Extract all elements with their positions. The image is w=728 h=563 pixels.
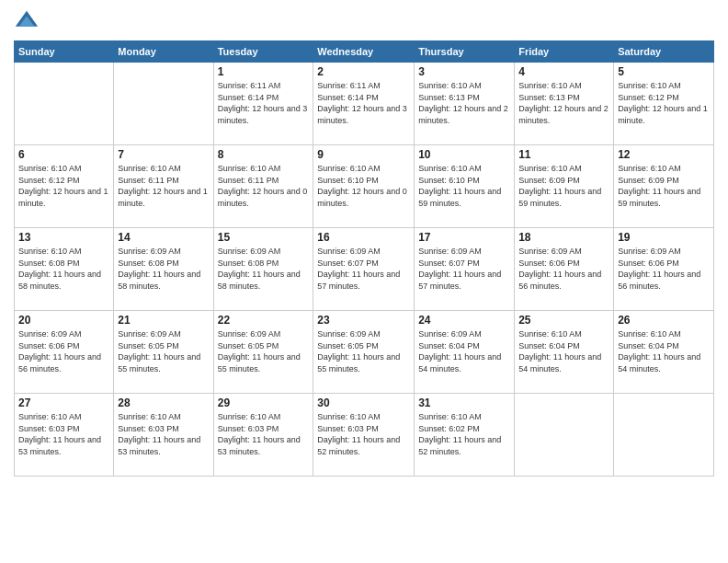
calendar-cell: 4Sunrise: 6:10 AM Sunset: 6:13 PM Daylig… [515, 63, 614, 145]
day-number: 28 [118, 396, 209, 409]
calendar-week-row: 20Sunrise: 6:09 AM Sunset: 6:06 PM Dayli… [15, 311, 714, 394]
day-number: 23 [317, 314, 410, 327]
calendar: SundayMondayTuesdayWednesdayThursdayFrid… [14, 40, 714, 477]
calendar-cell: 14Sunrise: 6:09 AM Sunset: 6:08 PM Dayli… [114, 228, 213, 311]
day-info: Sunrise: 6:09 AM Sunset: 6:08 PM Dayligh… [218, 246, 310, 292]
day-number: 26 [618, 314, 710, 327]
calendar-cell: 16Sunrise: 6:09 AM Sunset: 6:07 PM Dayli… [313, 228, 415, 311]
calendar-header-tuesday: Tuesday [213, 41, 313, 63]
day-number: 19 [618, 231, 710, 244]
day-info: Sunrise: 6:09 AM Sunset: 6:08 PM Dayligh… [118, 246, 209, 292]
calendar-cell [114, 63, 213, 145]
calendar-header-saturday: Saturday [614, 41, 714, 63]
day-number: 8 [218, 148, 310, 161]
calendar-cell: 6Sunrise: 6:10 AM Sunset: 6:12 PM Daylig… [15, 145, 114, 228]
calendar-cell: 9Sunrise: 6:10 AM Sunset: 6:10 PM Daylig… [313, 145, 415, 228]
day-info: Sunrise: 6:10 AM Sunset: 6:03 PM Dayligh… [218, 411, 310, 457]
day-info: Sunrise: 6:10 AM Sunset: 6:04 PM Dayligh… [518, 328, 609, 374]
calendar-header-row: SundayMondayTuesdayWednesdayThursdayFrid… [15, 41, 714, 63]
day-info: Sunrise: 6:09 AM Sunset: 6:07 PM Dayligh… [317, 246, 410, 292]
day-info: Sunrise: 6:09 AM Sunset: 6:05 PM Dayligh… [317, 328, 410, 374]
calendar-cell [614, 394, 714, 477]
day-number: 5 [618, 65, 710, 78]
day-number: 20 [18, 314, 109, 327]
day-info: Sunrise: 6:10 AM Sunset: 6:13 PM Dayligh… [418, 80, 510, 126]
calendar-cell: 30Sunrise: 6:10 AM Sunset: 6:03 PM Dayli… [313, 394, 415, 477]
day-number: 9 [317, 148, 410, 161]
day-number: 31 [418, 396, 510, 409]
calendar-cell: 3Sunrise: 6:10 AM Sunset: 6:13 PM Daylig… [415, 63, 515, 145]
page-container: SundayMondayTuesdayWednesdayThursdayFrid… [0, 0, 728, 486]
day-number: 3 [418, 65, 510, 78]
logo-icon [14, 9, 40, 35]
day-info: Sunrise: 6:09 AM Sunset: 6:04 PM Dayligh… [418, 328, 510, 374]
day-number: 25 [518, 314, 609, 327]
day-number: 30 [317, 396, 410, 409]
day-number: 10 [418, 148, 510, 161]
calendar-cell: 17Sunrise: 6:09 AM Sunset: 6:07 PM Dayli… [415, 228, 515, 311]
calendar-header-friday: Friday [515, 41, 614, 63]
day-info: Sunrise: 6:10 AM Sunset: 6:11 PM Dayligh… [118, 163, 209, 209]
day-number: 24 [418, 314, 510, 327]
calendar-cell: 11Sunrise: 6:10 AM Sunset: 6:09 PM Dayli… [515, 145, 614, 228]
day-info: Sunrise: 6:09 AM Sunset: 6:06 PM Dayligh… [618, 246, 710, 292]
calendar-cell: 18Sunrise: 6:09 AM Sunset: 6:06 PM Dayli… [515, 228, 614, 311]
calendar-cell [515, 394, 614, 477]
day-info: Sunrise: 6:11 AM Sunset: 6:14 PM Dayligh… [218, 80, 310, 126]
day-number: 16 [317, 231, 410, 244]
calendar-week-row: 13Sunrise: 6:10 AM Sunset: 6:08 PM Dayli… [15, 228, 714, 311]
day-number: 4 [518, 65, 609, 78]
day-number: 14 [118, 231, 209, 244]
day-number: 18 [518, 231, 609, 244]
calendar-cell: 31Sunrise: 6:10 AM Sunset: 6:02 PM Dayli… [415, 394, 515, 477]
day-info: Sunrise: 6:10 AM Sunset: 6:12 PM Dayligh… [618, 80, 710, 126]
day-number: 2 [317, 65, 410, 78]
day-info: Sunrise: 6:10 AM Sunset: 6:03 PM Dayligh… [18, 411, 109, 457]
day-info: Sunrise: 6:09 AM Sunset: 6:05 PM Dayligh… [218, 328, 310, 374]
calendar-cell [15, 63, 114, 145]
day-info: Sunrise: 6:09 AM Sunset: 6:05 PM Dayligh… [118, 328, 209, 374]
day-number: 29 [218, 396, 310, 409]
calendar-cell: 13Sunrise: 6:10 AM Sunset: 6:08 PM Dayli… [15, 228, 114, 311]
calendar-cell: 19Sunrise: 6:09 AM Sunset: 6:06 PM Dayli… [614, 228, 714, 311]
day-number: 11 [518, 148, 609, 161]
day-number: 6 [18, 148, 109, 161]
calendar-cell: 23Sunrise: 6:09 AM Sunset: 6:05 PM Dayli… [313, 311, 415, 394]
day-number: 12 [618, 148, 710, 161]
day-info: Sunrise: 6:10 AM Sunset: 6:11 PM Dayligh… [218, 163, 310, 209]
header [14, 9, 714, 35]
calendar-week-row: 27Sunrise: 6:10 AM Sunset: 6:03 PM Dayli… [15, 394, 714, 477]
day-number: 22 [218, 314, 310, 327]
day-info: Sunrise: 6:09 AM Sunset: 6:06 PM Dayligh… [18, 328, 109, 374]
calendar-cell: 15Sunrise: 6:09 AM Sunset: 6:08 PM Dayli… [213, 228, 313, 311]
day-info: Sunrise: 6:10 AM Sunset: 6:02 PM Dayligh… [418, 411, 510, 457]
calendar-cell: 12Sunrise: 6:10 AM Sunset: 6:09 PM Dayli… [614, 145, 714, 228]
calendar-cell: 8Sunrise: 6:10 AM Sunset: 6:11 PM Daylig… [213, 145, 313, 228]
calendar-cell: 5Sunrise: 6:10 AM Sunset: 6:12 PM Daylig… [614, 63, 714, 145]
day-info: Sunrise: 6:10 AM Sunset: 6:03 PM Dayligh… [317, 411, 410, 457]
calendar-header-thursday: Thursday [415, 41, 515, 63]
day-info: Sunrise: 6:10 AM Sunset: 6:10 PM Dayligh… [418, 163, 510, 209]
day-number: 21 [118, 314, 209, 327]
calendar-cell: 1Sunrise: 6:11 AM Sunset: 6:14 PM Daylig… [213, 63, 313, 145]
day-info: Sunrise: 6:10 AM Sunset: 6:10 PM Dayligh… [317, 163, 410, 209]
calendar-cell: 20Sunrise: 6:09 AM Sunset: 6:06 PM Dayli… [15, 311, 114, 394]
calendar-cell: 28Sunrise: 6:10 AM Sunset: 6:03 PM Dayli… [114, 394, 213, 477]
calendar-cell: 27Sunrise: 6:10 AM Sunset: 6:03 PM Dayli… [15, 394, 114, 477]
day-number: 1 [218, 65, 310, 78]
calendar-header-wednesday: Wednesday [313, 41, 415, 63]
day-info: Sunrise: 6:10 AM Sunset: 6:12 PM Dayligh… [18, 163, 109, 209]
day-info: Sunrise: 6:10 AM Sunset: 6:03 PM Dayligh… [118, 411, 209, 457]
calendar-cell: 2Sunrise: 6:11 AM Sunset: 6:14 PM Daylig… [313, 63, 415, 145]
calendar-cell: 10Sunrise: 6:10 AM Sunset: 6:10 PM Dayli… [415, 145, 515, 228]
day-number: 13 [18, 231, 109, 244]
day-info: Sunrise: 6:10 AM Sunset: 6:09 PM Dayligh… [618, 163, 710, 209]
calendar-header-sunday: Sunday [15, 41, 114, 63]
day-info: Sunrise: 6:10 AM Sunset: 6:09 PM Dayligh… [518, 163, 609, 209]
day-info: Sunrise: 6:11 AM Sunset: 6:14 PM Dayligh… [317, 80, 410, 126]
day-info: Sunrise: 6:09 AM Sunset: 6:06 PM Dayligh… [518, 246, 609, 292]
day-info: Sunrise: 6:10 AM Sunset: 6:08 PM Dayligh… [18, 246, 109, 292]
calendar-cell: 25Sunrise: 6:10 AM Sunset: 6:04 PM Dayli… [515, 311, 614, 394]
day-info: Sunrise: 6:10 AM Sunset: 6:13 PM Dayligh… [518, 80, 609, 126]
calendar-header-monday: Monday [114, 41, 213, 63]
